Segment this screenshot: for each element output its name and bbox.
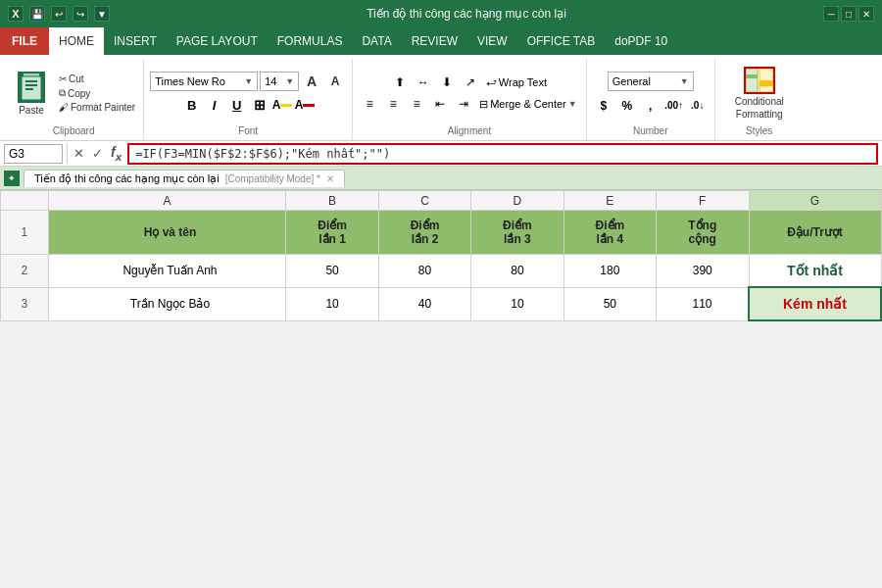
increase-indent-button[interactable]: ⇥ [453,94,474,114]
col-header-f[interactable]: F [657,191,749,211]
col-header-b[interactable]: B [286,191,378,211]
text-angle-button[interactable]: ↗ [460,73,481,92]
close-icon[interactable]: ✕ [858,6,874,22]
tab-formulas[interactable]: FORMULAS [268,27,353,55]
merge-center-button[interactable]: ⊟ Merge & Center ▼ [476,97,580,112]
header-cell-d[interactable]: Điểmlần 3 [471,211,564,255]
insert-function-icon[interactable]: fx [109,142,123,165]
italic-button[interactable]: I [204,95,225,115]
formula-bar: G3 ✕ ✓ fx =IF(F3=MIN($F$2:$F$6);"Kém nhấ… [0,141,882,167]
cell-text-a3: Trần Ngọc Bảo [130,297,210,311]
cell-b2[interactable]: 50 [286,255,378,288]
clipboard-group: Paste ✂ Cut ⧉ Copy 🖌 Format Painter Clip… [4,59,144,140]
header-cell-g[interactable]: Đậu/Trượt [749,211,881,255]
confirm-formula-icon[interactable]: ✓ [90,144,105,163]
tab-review[interactable]: REVIEW [402,27,467,55]
copy-button[interactable]: ⧉ Copy [57,86,137,100]
decrease-indent-button[interactable]: ⇤ [429,94,451,114]
tab-page-layout[interactable]: PAGE LAYOUT [167,27,268,55]
cell-a3[interactable]: Trần Ngọc Bảo [48,287,286,320]
tab-data[interactable]: DATA [352,27,401,55]
cell-f3[interactable]: 110 [657,287,749,320]
col-header-a[interactable]: A [48,191,286,211]
data-table: A B C D E F G 1 Họ và tên Điểmlần 1 Đi [0,190,882,321]
conditional-formatting-button[interactable]: Conditional Formatting [733,65,786,122]
border-button[interactable]: ⊞ [249,95,270,115]
bold-button[interactable]: B [181,95,203,115]
cut-label: Cut [69,74,84,84]
row-num-1[interactable]: 1 [1,211,49,255]
cell-c2[interactable]: 80 [378,255,470,288]
col-header-d[interactable]: D [471,191,564,211]
cell-g2[interactable]: Tốt nhất [749,255,881,288]
wrap-text-button[interactable]: ⮐ Wrap Text [483,75,550,89]
header-cell-e[interactable]: Điểmlần 4 [564,211,656,255]
row-num-2[interactable]: 2 [1,255,49,288]
tab-insert[interactable]: INSERT [104,27,167,55]
undo-icon[interactable]: ↩ [51,6,67,22]
format-painter-button[interactable]: 🖌 Format Painter [57,101,137,114]
col-header-e[interactable]: E [564,191,656,211]
tab-view[interactable]: VIEW [467,27,517,55]
align-center-button[interactable]: ≡ [382,94,404,114]
percent-button[interactable]: % [616,96,638,116]
minimize-icon[interactable]: ─ [823,6,839,22]
table-row: 2 Nguyễn Tuấn Anh 50 80 80 180 390 [1,255,882,288]
font-size-increase[interactable]: A [301,72,322,91]
fill-color-button[interactable]: A [271,95,293,115]
ribbon: Paste ✂ Cut ⧉ Copy 🖌 Format Painter Clip… [0,55,882,141]
currency-button[interactable]: $ [593,96,614,116]
header-cell-b[interactable]: Điểmlần 1 [286,211,378,255]
cell-text-d3: 10 [511,297,523,311]
format-painter-label: Format Painter [71,102,135,113]
sheet-tab[interactable]: Tiến độ thi công các hạng mục còn lại [C… [24,170,345,187]
svg-rect-3 [25,84,37,86]
customize-icon[interactable]: ▼ [94,6,110,22]
align-right-button[interactable]: ≡ [406,94,427,114]
cell-d2[interactable]: 80 [471,255,564,288]
col-header-c[interactable]: C [378,191,470,211]
font-color-button[interactable]: A [294,95,316,115]
cell-e2[interactable]: 180 [564,255,656,288]
header-cell-c[interactable]: Điểmlần 2 [378,211,470,255]
cell-b3[interactable]: 10 [286,287,378,320]
align-left-button[interactable]: ≡ [359,94,380,114]
row-num-3[interactable]: 3 [1,287,49,320]
number-format-box[interactable]: General ▼ [608,72,694,91]
align-top-button[interactable]: ⬆ [389,73,411,92]
tab-office-tab[interactable]: OFFICE TAB [517,27,606,55]
cell-e3[interactable]: 50 [564,287,656,320]
formula-input[interactable]: =IF(F3=MIN($F$2:$F$6);"Kém nhất";"") [127,143,878,165]
tab-home[interactable]: HOME [49,27,104,55]
cell-text-b3: 10 [325,297,338,311]
header-cell-f[interactable]: Tổngcộng [657,211,749,255]
spreadsheet-grid: A B C D E F G 1 Họ và tên Điểmlần 1 Đi [0,190,882,321]
maximize-icon[interactable]: □ [841,6,857,22]
redo-icon[interactable]: ↪ [73,6,88,22]
font-size-decrease[interactable]: A [324,72,346,91]
cell-f2[interactable]: 390 [657,255,749,288]
align-middle-button[interactable]: ↔ [413,73,434,92]
font-name-box[interactable]: Times New Ro ▼ [150,72,258,91]
cell-a2[interactable]: Nguyễn Tuấn Anh [48,255,286,288]
cut-button[interactable]: ✂ Cut [57,73,137,85]
header-cell-name[interactable]: Họ và tên [48,211,286,255]
cell-reference-box[interactable]: G3 [4,144,63,164]
sheet-tab-icon: ✦ [4,171,20,186]
underline-button[interactable]: U [226,95,248,115]
cell-d3[interactable]: 10 [471,287,564,320]
cell-c3[interactable]: 40 [378,287,470,320]
cell-g3[interactable]: Kém nhất [749,287,881,320]
decrease-decimal[interactable]: .0↓ [687,96,709,116]
comma-button[interactable]: , [640,96,662,116]
font-size-box[interactable]: 14 ▼ [260,72,299,91]
align-bottom-button[interactable]: ⬇ [436,73,458,92]
sheet-tab-close[interactable]: ✕ [326,173,334,184]
increase-decimal[interactable]: .00↑ [663,96,685,116]
tab-file[interactable]: FILE [0,27,49,55]
save-icon[interactable]: 💾 [29,6,45,22]
col-header-g[interactable]: G [749,191,881,211]
tab-dopdf[interactable]: doPDF 10 [605,27,677,55]
cancel-formula-icon[interactable]: ✕ [72,144,86,163]
paste-button[interactable]: Paste [10,68,53,119]
